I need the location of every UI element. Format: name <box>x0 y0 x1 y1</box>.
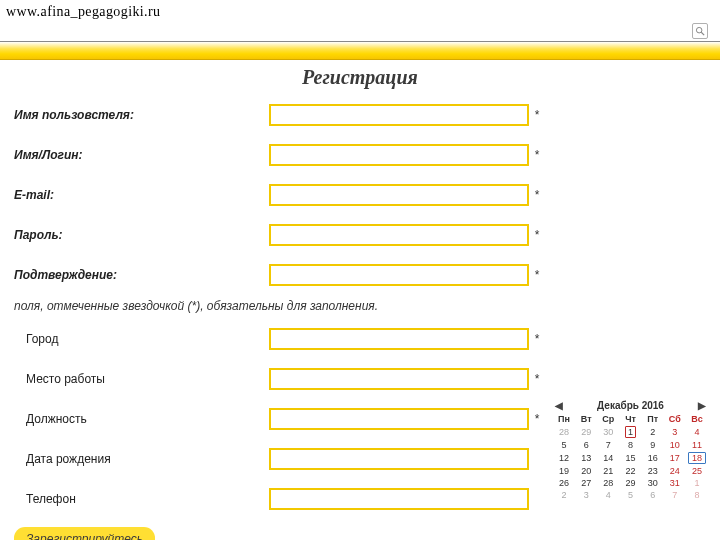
label-workplace: Место работы <box>14 372 269 386</box>
label-position: Должность <box>14 412 269 426</box>
label-login: Имя/Логин: <box>14 148 269 162</box>
calendar-day[interactable]: 19 <box>553 465 575 477</box>
calendar-day[interactable]: 17 <box>664 451 686 465</box>
calendar-widget: ◀ Декабрь 2016 ▶ ПнВтСрЧтПтСбВс 28293012… <box>553 400 708 501</box>
input-email[interactable] <box>269 184 529 206</box>
calendar-weekday: Пн <box>553 413 575 425</box>
calendar-day[interactable]: 7 <box>664 489 686 501</box>
calendar-weekday: Чт <box>619 413 641 425</box>
required-mark: * <box>529 188 545 202</box>
calendar-day[interactable]: 5 <box>553 439 575 451</box>
calendar-day[interactable]: 27 <box>575 477 597 489</box>
field-username: Имя пользовстеля: * <box>14 99 706 131</box>
calendar-day[interactable]: 31 <box>664 477 686 489</box>
calendar-day[interactable]: 4 <box>686 425 708 439</box>
label-city: Город <box>14 332 269 346</box>
label-birthdate: Дата рождения <box>14 452 269 466</box>
input-workplace[interactable] <box>269 368 529 390</box>
calendar-day[interactable]: 7 <box>597 439 619 451</box>
label-confirm: Подтверждение: <box>14 268 269 282</box>
required-mark: * <box>529 412 545 426</box>
input-city[interactable] <box>269 328 529 350</box>
required-mark: * <box>529 372 545 386</box>
field-email: E-mail: * <box>14 179 706 211</box>
calendar-day[interactable]: 1 <box>619 425 641 439</box>
calendar-day[interactable]: 15 <box>619 451 641 465</box>
calendar-day[interactable]: 6 <box>642 489 664 501</box>
calendar-day[interactable]: 30 <box>642 477 664 489</box>
field-city: Город * <box>14 323 706 355</box>
calendar-day[interactable]: 11 <box>686 439 708 451</box>
input-position[interactable] <box>269 408 529 430</box>
required-mark: * <box>529 268 545 282</box>
calendar-day[interactable]: 14 <box>597 451 619 465</box>
field-workplace: Место работы * <box>14 363 706 395</box>
calendar-day[interactable]: 26 <box>553 477 575 489</box>
calendar-day[interactable]: 24 <box>664 465 686 477</box>
calendar-day[interactable]: 2 <box>553 489 575 501</box>
input-password[interactable] <box>269 224 529 246</box>
input-confirm[interactable] <box>269 264 529 286</box>
input-login[interactable] <box>269 144 529 166</box>
calendar-day[interactable]: 30 <box>597 425 619 439</box>
calendar-day[interactable]: 18 <box>686 451 708 465</box>
calendar-next-icon[interactable]: ▶ <box>698 402 706 410</box>
required-mark: * <box>529 108 545 122</box>
calendar-weekday: Сб <box>664 413 686 425</box>
calendar-day[interactable]: 9 <box>642 439 664 451</box>
calendar-day[interactable]: 25 <box>686 465 708 477</box>
required-note: поля, отмеченные звездочкой (*), обязате… <box>14 299 706 313</box>
calendar-day[interactable]: 29 <box>575 425 597 439</box>
field-password: Пароль: * <box>14 219 706 251</box>
calendar-day[interactable]: 23 <box>642 465 664 477</box>
calendar-day[interactable]: 29 <box>619 477 641 489</box>
yellow-banner <box>0 42 720 60</box>
calendar-day[interactable]: 2 <box>642 425 664 439</box>
label-password: Пароль: <box>14 228 269 242</box>
calendar-grid: ПнВтСрЧтПтСбВс 2829301234567891011121314… <box>553 413 708 501</box>
calendar-weekday: Ср <box>597 413 619 425</box>
calendar-day[interactable]: 28 <box>597 477 619 489</box>
field-login: Имя/Логин: * <box>14 139 706 171</box>
calendar-day[interactable]: 8 <box>686 489 708 501</box>
calendar-day[interactable]: 13 <box>575 451 597 465</box>
calendar-day[interactable]: 4 <box>597 489 619 501</box>
top-rule <box>0 22 720 42</box>
zoom-icon[interactable] <box>692 23 708 39</box>
label-username: Имя пользовстеля: <box>14 108 269 122</box>
svg-point-0 <box>696 27 702 33</box>
required-mark: * <box>529 148 545 162</box>
calendar-prev-icon[interactable]: ◀ <box>555 402 563 410</box>
calendar-weekday: Вс <box>686 413 708 425</box>
input-phone[interactable] <box>269 488 529 510</box>
calendar-weekday: Вт <box>575 413 597 425</box>
calendar-day[interactable]: 6 <box>575 439 597 451</box>
field-confirm: Подтверждение: * <box>14 259 706 291</box>
required-mark: * <box>529 228 545 242</box>
input-birthdate[interactable] <box>269 448 529 470</box>
calendar-weekday: Пт <box>642 413 664 425</box>
calendar-day[interactable]: 5 <box>619 489 641 501</box>
calendar-day[interactable]: 10 <box>664 439 686 451</box>
calendar-day[interactable]: 3 <box>575 489 597 501</box>
calendar-day[interactable]: 28 <box>553 425 575 439</box>
label-email: E-mail: <box>14 188 269 202</box>
calendar-day[interactable]: 16 <box>642 451 664 465</box>
required-mark: * <box>529 332 545 346</box>
calendar-day[interactable]: 21 <box>597 465 619 477</box>
register-button[interactable]: Зарегистрируйтесь <box>14 527 155 540</box>
address-bar: www.afina_pegagogiki.ru <box>0 0 720 22</box>
svg-line-1 <box>701 32 704 35</box>
label-phone: Телефон <box>14 492 269 506</box>
calendar-day[interactable]: 3 <box>664 425 686 439</box>
page-title: Регистрация <box>0 66 720 89</box>
calendar-day[interactable]: 22 <box>619 465 641 477</box>
calendar-day[interactable]: 12 <box>553 451 575 465</box>
calendar-day[interactable]: 1 <box>686 477 708 489</box>
calendar-day[interactable]: 20 <box>575 465 597 477</box>
calendar-title: Декабрь 2016 <box>563 400 698 411</box>
input-username[interactable] <box>269 104 529 126</box>
calendar-day[interactable]: 8 <box>619 439 641 451</box>
